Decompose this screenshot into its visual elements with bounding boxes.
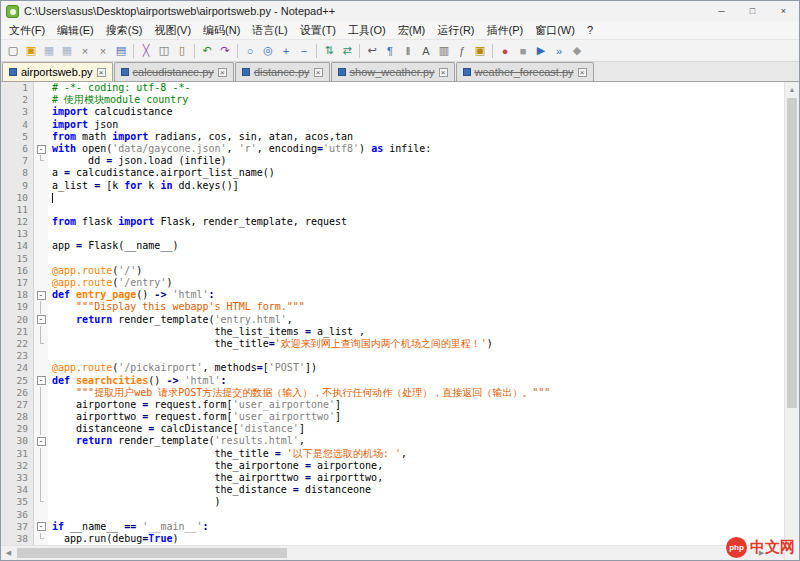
code-text[interactable]: def searchcities() -> 'html': (48, 375, 784, 387)
code-line[interactable]: 13 (1, 228, 784, 240)
code-text[interactable]: if __name__ == '__main__': (48, 521, 784, 533)
code-text[interactable]: the_list_items = a_list , (48, 326, 784, 338)
zoom-in-icon[interactable]: + (277, 42, 295, 59)
new-file-icon[interactable]: ▢ (4, 42, 22, 59)
menu-item[interactable]: 文件(F) (3, 21, 51, 40)
folder-workspace-icon[interactable]: ▣ (471, 42, 489, 59)
code-text[interactable]: a = calcudistance.airport_list_name() (48, 167, 784, 179)
code-text[interactable]: with open('data/gaycone.json', 'r', enco… (48, 143, 784, 155)
code-line[interactable]: 23 (1, 350, 784, 362)
vertical-scrollbar[interactable]: ▲ ▼ (784, 82, 799, 560)
code-line[interactable]: 4import json (1, 119, 784, 131)
code-line[interactable]: 9a_list = [k for k in dd.keys()] (1, 180, 784, 192)
code-line[interactable]: 24@app.route('/pickairport', methods=['P… (1, 362, 784, 374)
fold-collapse-icon[interactable]: - (37, 145, 46, 154)
code-text[interactable] (48, 253, 784, 265)
undo-icon[interactable]: ↶ (198, 42, 216, 59)
menu-item[interactable]: 窗口(W) (529, 21, 581, 40)
vertical-scroll-thumb[interactable] (787, 98, 797, 408)
code-text[interactable]: app = Flask(__name__) (48, 240, 784, 252)
print-icon[interactable]: ▤ (112, 42, 130, 59)
code-line[interactable]: 3import calcudistance (1, 106, 784, 118)
cut-icon[interactable]: ╳ (137, 42, 155, 59)
menu-item[interactable]: 搜索(S) (100, 21, 149, 40)
close-doc-icon[interactable]: × (76, 42, 94, 59)
code-text[interactable]: the_distance = distanceone (48, 484, 784, 496)
code-text[interactable]: # 使用模块module country (48, 94, 784, 106)
save-macro-icon[interactable]: ◆ (568, 42, 586, 59)
sync-vertical-icon[interactable]: ⇅ (320, 42, 338, 59)
code-text[interactable]: return render_template('entry.html', (48, 314, 784, 326)
code-text[interactable]: """提取用户web 请求POST方法提交的数据（输入），不执行任何动作（处理）… (48, 387, 784, 399)
code-line[interactable]: 33 the_airporttwo = airporttwo, (1, 472, 784, 484)
horizontal-scrollbar[interactable]: ◀ ▶ (1, 545, 784, 560)
code-line[interactable]: 20- return render_template('entry.html', (1, 314, 784, 326)
copy-icon[interactable]: ◫ (155, 42, 173, 59)
code-line[interactable]: 27 airportone = request.form['user_airpo… (1, 399, 784, 411)
menu-item[interactable]: 运行(R) (431, 21, 480, 40)
tab-calcudistance-py[interactable]: calcudistance.py× (114, 62, 234, 81)
scroll-left-icon[interactable]: ◀ (1, 546, 16, 560)
code-text[interactable]: ) (48, 496, 784, 508)
fold-collapse-icon[interactable]: - (37, 437, 46, 446)
save-icon[interactable]: ▦ (40, 42, 58, 59)
menu-item[interactable]: 编辑(E) (51, 21, 100, 40)
code-text[interactable]: import json (48, 119, 784, 131)
code-text[interactable]: app.run(debug=True) (48, 533, 784, 545)
menu-item[interactable]: 插件(P) (481, 21, 530, 40)
tab-airportsweb-py[interactable]: airportsweb.py× (2, 62, 113, 81)
maximize-button[interactable]: □ (737, 1, 768, 21)
code-line[interactable]: 17@app.route('/entry') (1, 277, 784, 289)
menu-item[interactable]: 工具(O) (342, 21, 392, 40)
code-text[interactable]: the_title='欢迎来到网上查询国内两个机场之间的里程！') (48, 338, 784, 350)
code-line[interactable]: 14app = Flask(__name__) (1, 240, 784, 252)
code-line[interactable]: 7 dd = json.load (infile) (1, 155, 784, 167)
code-line[interactable]: 2# 使用模块module country (1, 94, 784, 106)
redo-icon[interactable]: ↷ (216, 42, 234, 59)
code-text[interactable] (48, 228, 784, 240)
record-macro-icon[interactable]: ● (496, 42, 514, 59)
define-language-icon[interactable]: A (417, 42, 435, 59)
code-text[interactable] (48, 192, 784, 204)
code-line[interactable]: 19 """Display this webapp's HTML form.""… (1, 301, 784, 313)
code-text[interactable]: airportone = request.form['user_airporto… (48, 399, 784, 411)
code-line[interactable]: 31 the_title = '以下是您选取的机场: ', (1, 448, 784, 460)
code-line[interactable]: 1# -*- coding: utf-8 -*- (1, 82, 784, 94)
menu-item[interactable]: ? (581, 22, 599, 38)
code-line[interactable]: 6-with open('data/gaycone.json', 'r', en… (1, 143, 784, 155)
code-text[interactable]: distanceone = calcDistance['distance'] (48, 423, 784, 435)
code-line[interactable]: 34 the_distance = distanceone (1, 484, 784, 496)
code-text[interactable]: @app.route('/entry') (48, 277, 784, 289)
code-line[interactable]: 12from flask import Flask, render_templa… (1, 216, 784, 228)
code-text[interactable]: airporttwo = request.form['user_airportt… (48, 411, 784, 423)
code-line[interactable]: 30- return render_template('results.html… (1, 435, 784, 447)
code-line[interactable]: 18-def entry_page() -> 'html': (1, 289, 784, 301)
tab-close-icon[interactable]: × (439, 68, 448, 77)
code-text[interactable]: return render_template('results.html', (48, 435, 784, 447)
menu-item[interactable]: 视图(V) (148, 21, 197, 40)
save-all-icon[interactable]: ▦ (58, 42, 76, 59)
code-text[interactable]: from flask import Flask, render_template… (48, 216, 784, 228)
code-text[interactable]: @app.route('/') (48, 265, 784, 277)
menu-item[interactable]: 设置(T) (294, 21, 342, 40)
menu-item[interactable]: 宏(M) (392, 21, 432, 40)
tab-weather_forecast-py[interactable]: weather_forecast.py× (456, 62, 594, 81)
close-button[interactable]: × (768, 1, 799, 21)
fold-collapse-icon[interactable]: - (37, 315, 46, 324)
code-text[interactable]: the_airporttwo = airporttwo, (48, 472, 784, 484)
function-list-icon[interactable]: ƒ (453, 42, 471, 59)
run-multiple-icon[interactable]: » (550, 42, 568, 59)
code-text[interactable]: @app.route('/pickairport', methods=['POS… (48, 362, 784, 374)
play-macro-icon[interactable]: ▶ (532, 42, 550, 59)
find-icon[interactable]: ○ (241, 42, 259, 59)
tab-close-icon[interactable]: × (314, 68, 323, 77)
code-line[interactable]: 22 the_title='欢迎来到网上查询国内两个机场之间的里程！') (1, 338, 784, 350)
code-line[interactable]: 28 airporttwo = request.form['user_airpo… (1, 411, 784, 423)
word-wrap-icon[interactable]: ↩ (363, 42, 381, 59)
code-text[interactable]: from math import radians, cos, sin, atan… (48, 131, 784, 143)
code-text[interactable]: def entry_page() -> 'html': (48, 289, 784, 301)
code-line[interactable]: 38 app.run(debug=True) (1, 533, 784, 545)
tab-close-icon[interactable]: × (97, 68, 106, 77)
code-text[interactable] (48, 350, 784, 362)
zoom-out-icon[interactable]: − (295, 42, 313, 59)
